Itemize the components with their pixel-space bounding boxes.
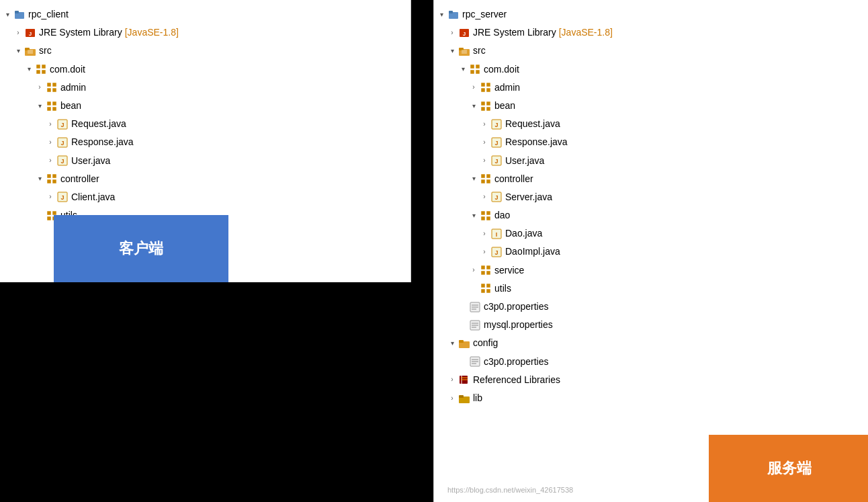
toggle-user_client[interactable]: › <box>46 155 55 167</box>
toggle-dao_java[interactable]: › <box>480 228 489 240</box>
icon-package <box>480 81 492 93</box>
toggle-src_server[interactable]: ▾ <box>447 45 457 57</box>
svg-rect-33 <box>47 216 51 220</box>
toggle-lib_server[interactable]: › <box>447 392 457 405</box>
tree-item-src_server[interactable]: ▾src <box>434 42 868 60</box>
tree-item-com_doit_client[interactable]: ▾com.doit <box>0 60 410 79</box>
toggle-jre_client[interactable]: › <box>13 27 23 39</box>
toggle-com_doit_server[interactable]: ▾ <box>458 63 468 75</box>
tree-item-c3p0_src[interactable]: c3p0.properties <box>434 298 868 316</box>
tree-item-user_server[interactable]: ›JUser.java <box>434 152 868 170</box>
tree-item-server_java[interactable]: ›JServer.java <box>434 188 868 206</box>
tree-item-dao_server[interactable]: ▾dao <box>434 206 868 224</box>
toggle-daoimpl_java[interactable]: › <box>480 246 489 258</box>
toggle-service_server[interactable]: › <box>469 264 478 276</box>
tree-item-service_server[interactable]: ›service <box>434 261 868 280</box>
tree-item-bean_client[interactable]: ▾bean <box>0 97 410 115</box>
svg-rect-16 <box>52 101 56 106</box>
tree-item-controller_client[interactable]: ▾controller <box>0 170 410 188</box>
label-service_server: service <box>494 262 524 279</box>
tree-item-jre_server[interactable]: ›JJRE System Library[JavaSE-1.8] <box>434 24 868 42</box>
label-bean_server: bean <box>494 97 515 114</box>
toggle-config_server[interactable]: ▾ <box>447 337 457 349</box>
toggle-bean_client[interactable]: ▾ <box>35 100 44 112</box>
toggle-jre_server[interactable]: › <box>447 27 457 39</box>
toggle-user_server[interactable]: › <box>480 155 489 167</box>
svg-rect-48 <box>481 88 485 92</box>
label-bean_client: bean <box>60 97 81 114</box>
svg-rect-15 <box>47 101 51 106</box>
svg-rect-41 <box>462 50 467 54</box>
label-admin_client: admin <box>60 79 86 96</box>
toggle-rpc_client[interactable]: ▾ <box>3 9 12 21</box>
tree-item-src_client[interactable]: ▾src <box>0 42 410 60</box>
icon-package <box>35 63 47 75</box>
svg-rect-50 <box>481 101 485 106</box>
label-src_server: src <box>473 42 486 59</box>
toggle-response_client[interactable]: › <box>46 136 55 149</box>
toggle-server_java[interactable]: › <box>480 191 489 203</box>
tree-item-client_java[interactable]: ›JClient.java <box>0 188 410 206</box>
tree-item-rpc_client[interactable]: ▾rpc_client <box>0 5 410 24</box>
tree-item-controller_server[interactable]: ▾controller <box>434 170 868 188</box>
tree-item-c3p0_config[interactable]: c3p0.properties <box>434 353 868 371</box>
tree-item-request_server[interactable]: ›JRequest.java <box>434 115 868 133</box>
toggle-bean_server[interactable]: ▾ <box>469 100 478 112</box>
toggle-dao_server[interactable]: ▾ <box>469 210 478 222</box>
tree-item-response_server[interactable]: ›JResponse.java <box>434 133 868 151</box>
svg-rect-7 <box>36 65 40 69</box>
toggle-reflibs_server[interactable]: › <box>447 374 457 386</box>
tree-item-admin_client[interactable]: ›admin <box>0 79 410 97</box>
tree-item-daoimpl_java[interactable]: ›JDaoImpl.java <box>434 243 868 261</box>
tree-item-bean_server[interactable]: ▾bean <box>434 97 868 115</box>
svg-rect-14 <box>52 88 56 92</box>
tree-item-jre_client[interactable]: ›JJRE System Library[JavaSE-1.8] <box>0 24 410 42</box>
left-panel: ▾rpc_client›JJRE System Library[JavaSE-1… <box>0 0 411 282</box>
toggle-request_server[interactable]: › <box>480 118 489 130</box>
svg-rect-61 <box>486 174 490 178</box>
tree-item-lib_server[interactable]: ›lib <box>434 389 868 407</box>
icon-reflib <box>458 374 470 386</box>
svg-text:J: J <box>60 158 64 165</box>
label-c3p0_config: c3p0.properties <box>484 353 549 370</box>
tree-item-com_doit_server[interactable]: ▾com.doit <box>434 60 868 79</box>
toggle-controller_client[interactable]: ▾ <box>35 173 44 185</box>
icon-java: J <box>490 246 503 258</box>
icon-package <box>480 210 492 222</box>
tree-item-response_client[interactable]: ›JResponse.java <box>0 133 410 151</box>
tree-item-user_client[interactable]: ›JUser.java <box>0 152 410 170</box>
label-dao_server: dao <box>494 207 510 224</box>
svg-rect-13 <box>47 88 51 92</box>
label-utils_server: utils <box>494 280 511 297</box>
toggle-controller_server[interactable]: ▾ <box>469 173 478 185</box>
tree-item-reflibs_server[interactable]: ›Referenced Libraries <box>434 371 868 389</box>
toggle-client_java[interactable]: › <box>46 191 55 203</box>
tree-item-admin_server[interactable]: ›admin <box>434 79 868 97</box>
svg-rect-101 <box>459 395 464 398</box>
tree-item-utils_server[interactable]: utils <box>434 280 868 298</box>
svg-text:J: J <box>60 194 64 201</box>
toggle-src_client[interactable]: ▾ <box>13 45 23 57</box>
svg-rect-31 <box>47 211 51 215</box>
tree-item-config_server[interactable]: ▾config <box>434 334 868 352</box>
svg-rect-47 <box>486 83 490 87</box>
tree-item-request_client[interactable]: ›JRequest.java <box>0 115 410 133</box>
label-extra-jre_server: [JavaSE-1.8] <box>559 24 613 41</box>
svg-text:J: J <box>494 122 498 128</box>
icon-interface: I <box>490 228 503 240</box>
toggle-rpc_server[interactable]: ▾ <box>437 9 446 21</box>
tree-item-dao_java[interactable]: ›IDao.java <box>434 224 868 243</box>
svg-rect-62 <box>481 179 485 183</box>
icon-properties <box>469 301 481 313</box>
icon-java: J <box>490 136 503 149</box>
tree-item-mysql_src[interactable]: mysql.properties <box>434 316 868 334</box>
icon-config <box>458 337 470 349</box>
toggle-response_server[interactable]: › <box>480 136 489 149</box>
svg-rect-25 <box>47 174 51 178</box>
toggle-com_doit_client[interactable]: ▾ <box>24 63 34 75</box>
toggle-admin_server[interactable]: › <box>469 81 478 93</box>
tree-item-rpc_server[interactable]: ▾rpc_server <box>434 5 868 24</box>
label-com_doit_server: com.doit <box>484 61 519 78</box>
toggle-request_client[interactable]: › <box>46 118 55 130</box>
toggle-admin_client[interactable]: › <box>35 81 44 93</box>
